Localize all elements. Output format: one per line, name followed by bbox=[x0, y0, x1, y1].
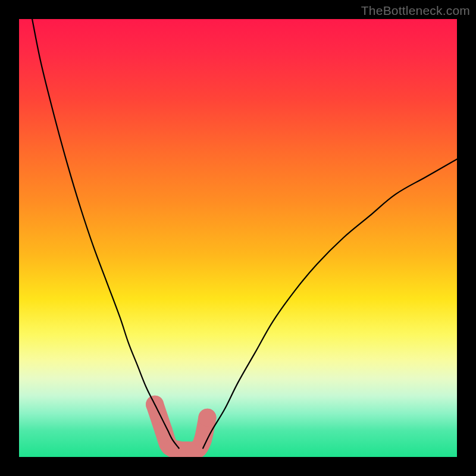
marker-layer bbox=[146, 396, 216, 457]
data-marker bbox=[194, 431, 212, 449]
chart-svg bbox=[19, 19, 457, 457]
curve-right-curve bbox=[203, 159, 457, 449]
plot-area bbox=[19, 19, 457, 457]
watermark-text: TheBottleneck.com bbox=[361, 4, 470, 18]
chart-frame: TheBottleneck.com bbox=[0, 0, 476, 476]
data-marker bbox=[198, 409, 216, 427]
curve-left-curve bbox=[32, 19, 179, 448]
line-layer bbox=[32, 19, 457, 448]
